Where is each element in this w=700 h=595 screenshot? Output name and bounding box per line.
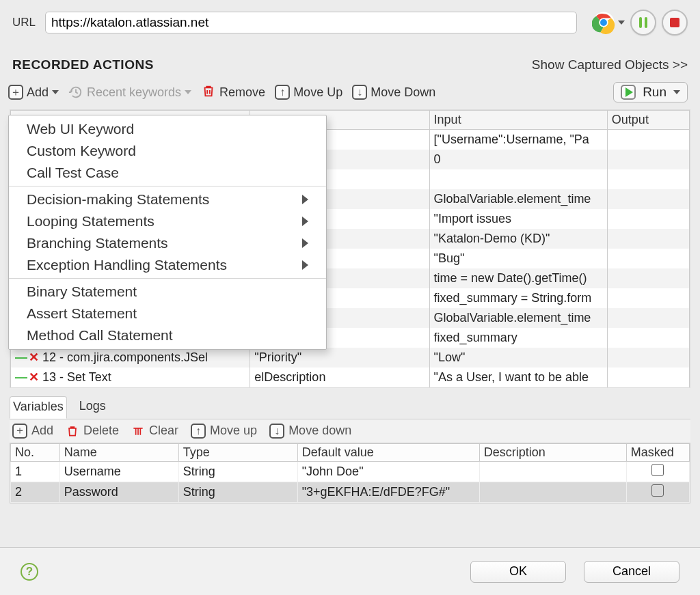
cancel-button[interactable]: Cancel — [584, 561, 679, 583]
ok-button[interactable]: OK — [470, 561, 566, 583]
stop-button[interactable] — [662, 10, 688, 36]
vars-move-down-button[interactable]: ↓ Move down — [269, 424, 351, 439]
url-row: URL — [0, 0, 700, 38]
history-icon — [68, 85, 83, 100]
trash-icon — [201, 83, 216, 102]
actions-toolbar: ＋ Add Recent keywords Remove ↑ Move Up ↓… — [0, 77, 700, 107]
vars-delete-button[interactable]: Delete — [66, 424, 119, 438]
run-label: Run — [643, 85, 667, 100]
run-button[interactable]: Run — [613, 82, 688, 102]
dd-exception-statements[interactable]: Exception Handling Statements — [9, 254, 326, 276]
separator — [9, 278, 326, 279]
arrow-up-icon: ↑ — [275, 85, 290, 100]
recent-keywords-button[interactable]: Recent keywords — [68, 85, 191, 100]
col-output[interactable]: Output — [607, 111, 689, 130]
separator — [9, 186, 326, 186]
dd-decision-statements[interactable]: Decision-making Statements — [9, 189, 326, 210]
dd-binary-statement[interactable]: Binary Statement — [9, 281, 326, 303]
table-row[interactable]: —✕ 13 - Set TextelDescription"As a User,… — [11, 368, 690, 387]
chevron-down-icon — [673, 90, 680, 94]
pause-icon — [639, 17, 647, 28]
help-icon[interactable]: ? — [21, 563, 38, 581]
dd-call-test-case[interactable]: Call Test Case — [9, 162, 326, 184]
chrome-icon — [592, 11, 615, 34]
dd-branching-statements[interactable]: Branching Statements — [9, 232, 326, 254]
plus-icon: ＋ — [8, 85, 23, 100]
clear-icon — [131, 424, 145, 438]
table-row[interactable]: —✕ 12 - com.jira.components.JSel"Priorit… — [11, 348, 690, 368]
tab-logs[interactable]: Logs — [77, 396, 109, 419]
col-masked[interactable]: Masked — [626, 443, 689, 461]
recent-label: Recent keywords — [87, 85, 181, 100]
dd-assert-statement[interactable]: Assert Statement — [9, 303, 326, 324]
add-button[interactable]: ＋ Add — [8, 85, 59, 100]
chevron-right-icon — [302, 238, 308, 248]
col-desc[interactable]: Description — [479, 443, 626, 461]
arrow-down-icon: ↓ — [269, 424, 284, 439]
move-down-button[interactable]: ↓ Move Down — [352, 85, 435, 100]
chevron-down-icon — [618, 20, 625, 25]
url-input[interactable] — [45, 12, 577, 33]
add-dropdown: Web UI Keyword Custom Keyword Call Test … — [8, 115, 327, 350]
col-type[interactable]: Type — [178, 443, 297, 461]
add-label: Add — [27, 85, 49, 100]
play-icon — [621, 85, 636, 100]
dialog-footer: ? OK Cancel — [0, 547, 700, 595]
recorded-actions-title: RECORDED ACTIONS — [12, 57, 154, 72]
browser-picker[interactable] — [592, 11, 625, 34]
move-up-button[interactable]: ↑ Move Up — [275, 85, 342, 100]
pause-button[interactable] — [630, 10, 656, 36]
vars-add-button[interactable]: ＋ Add — [12, 424, 53, 439]
chevron-right-icon — [302, 217, 308, 226]
plus-icon: ＋ — [12, 424, 27, 439]
chevron-right-icon — [302, 195, 308, 204]
col-name[interactable]: Name — [59, 443, 178, 461]
arrow-up-icon: ↑ — [191, 424, 206, 439]
trash-icon — [66, 424, 79, 438]
dd-web-ui-keyword[interactable]: Web UI Keyword — [9, 118, 326, 140]
checkbox[interactable] — [651, 464, 664, 476]
move-up-label: Move Up — [293, 85, 342, 100]
variables-table[interactable]: No. Name Type Default value Description … — [10, 443, 690, 503]
url-label: URL — [12, 16, 36, 29]
show-captured-link[interactable]: Show Captured Objects >> — [532, 57, 688, 72]
dd-custom-keyword[interactable]: Custom Keyword — [9, 140, 326, 162]
checkbox[interactable] — [651, 484, 664, 497]
remove-label: Remove — [219, 85, 265, 100]
dd-looping-statements[interactable]: Looping Statements — [9, 210, 326, 232]
chevron-down-icon — [52, 90, 59, 94]
arrow-down-icon: ↓ — [352, 85, 367, 100]
col-input[interactable]: Input — [429, 111, 607, 130]
stop-icon — [670, 18, 679, 27]
tab-variables[interactable]: Variables — [10, 396, 67, 419]
table-row[interactable]: 1UsernameString"John Doe" — [11, 461, 690, 482]
variables-toolbar: ＋ Add Delete Clear ↑ Move up ↓ Move down — [10, 419, 690, 443]
move-down-label: Move Down — [371, 85, 435, 100]
col-no[interactable]: No. — [11, 443, 60, 461]
bottom-tabs: Variables Logs — [0, 388, 700, 419]
vars-move-up-button[interactable]: ↑ Move up — [191, 424, 257, 439]
chevron-right-icon — [302, 260, 308, 270]
vars-clear-button[interactable]: Clear — [131, 424, 178, 438]
table-row[interactable]: 2PasswordString"3+gEKFHA:E/dFDE?FG#" — [11, 482, 690, 502]
remove-button[interactable]: Remove — [201, 83, 265, 102]
chevron-down-icon — [185, 90, 191, 94]
col-default[interactable]: Default value — [297, 443, 479, 461]
dd-method-call-statement[interactable]: Method Call Statement — [9, 324, 326, 346]
svg-point-2 — [600, 19, 607, 26]
